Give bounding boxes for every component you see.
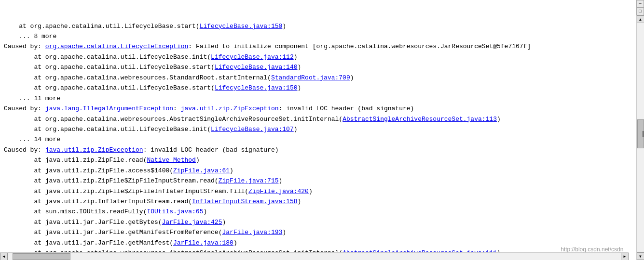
log-content: at org.apache.catalina.util.LifecycleBas… [0,0,636,260]
main-container: at org.apache.catalina.util.LifecycleBas… [0,0,644,260]
stack-trace-link[interactable]: ZipFile.java:715 [219,177,279,184]
log-line: at org.apache.catalina.webresources.Stan… [4,73,632,83]
stack-trace-link[interactable]: LifecycleBase.java:112 [211,53,294,61]
log-line: at org.apache.catalina.webresources.Abst… [4,114,632,124]
scroll-down-button[interactable]: ▼ [637,252,644,260]
exception-link[interactable]: java.util.zip.ZipException [45,146,143,154]
scroll-up-button[interactable]: ▲ [637,15,644,23]
scroll-right-button[interactable]: ▶ [621,253,629,260]
stack-trace-link[interactable]: JarFile.java:180 [173,239,233,247]
exception-link[interactable]: org.apache.catalina.LifecycleException [45,43,188,50]
horizontal-scroll-track[interactable] [8,253,621,260]
log-line: at java.util.zip.ZipFile.access$1400(Zip… [4,166,632,176]
top-icons: — □ [636,0,644,15]
log-line: Caused by: org.apache.catalina.Lifecycle… [4,41,632,52]
log-line: at org.apache.catalina.util.LifecycleBas… [4,124,632,134]
content-area: at org.apache.catalina.util.LifecycleBas… [0,0,636,260]
log-line: at java.util.jar.JarFile.getManifestFrom… [4,227,632,237]
exception-link-2[interactable]: java.util.zip.ZipException [181,105,279,112]
stack-trace-link[interactable]: AbstractSingleArchiveResourceSet.java:11… [343,116,497,123]
log-line: at org.apache.catalina.util.LifecycleBas… [4,21,632,31]
stack-trace-link[interactable]: JarFile.java:425 [162,219,222,226]
log-line: at java.util.zip.ZipFile.read(Native Met… [4,155,632,165]
maximize-icon[interactable]: □ [636,8,644,15]
vertical-scroll-thumb[interactable] [637,119,644,148]
log-line: at org.apache.catalina.util.LifecycleBas… [4,62,632,72]
minimize-icon[interactable]: — [636,0,644,8]
stack-trace-link[interactable]: ZipFile.java:61 [173,167,230,174]
log-line: ... 11 more [4,93,632,104]
log-line: at org.apache.catalina.util.LifecycleBas… [4,83,632,93]
log-line: at sun.misc.IOUtils.readFully(IOUtils.ja… [4,207,632,217]
stack-trace-link[interactable]: InflaterInputStream.java:158 [192,198,297,205]
log-line: at java.util.zip.ZipFile$ZipFileInputStr… [4,176,632,186]
exception-link-1[interactable]: java.lang.IllegalArgumentException [45,105,173,112]
stack-trace-link[interactable]: StandardRoot.java:709 [271,74,350,81]
vertical-scroll-track[interactable] [637,23,644,252]
stack-trace-link[interactable]: LifecycleBase.java:150 [200,23,283,30]
stack-trace-link[interactable]: LifecycleBase.java:150 [215,84,298,91]
scroll-left-button[interactable]: ◀ [0,253,8,260]
horizontal-scroll-thumb[interactable] [13,253,70,260]
stack-trace-link[interactable]: IOUtils.java:65 [147,208,203,215]
stack-trace-link[interactable]: LifecycleBase.java:140 [215,64,298,71]
log-line: at org.apache.catalina.util.LifecycleBas… [4,52,632,62]
log-line: at java.util.jar.JarFile.getBytes(JarFil… [4,217,632,227]
scroll-thumb-line [643,131,644,137]
log-line: ... 14 more [4,134,632,144]
log-line: at java.util.jar.JarFile.getManifest(Jar… [4,238,632,248]
log-line: Caused by: java.util.zip.ZipException: i… [4,145,632,155]
log-line: at java.util.zip.InflaterInputStream.rea… [4,196,632,207]
horizontal-scrollbar[interactable]: ◀ ▶ [0,252,629,260]
stack-trace-link[interactable]: JarFile.java:193 [222,229,282,236]
stack-trace-link[interactable]: LifecycleBase.java:107 [211,126,294,133]
vertical-scrollbar[interactable]: — □ ▲ ▼ [636,0,644,260]
stack-trace-link[interactable]: Native Method [147,156,195,164]
log-line: ... 8 more [4,31,632,41]
watermark: http://blog.csdn.net/csdn_ [561,246,627,253]
log-line: Caused by: java.lang.IllegalArgumentExce… [4,104,632,114]
stack-trace-link[interactable]: ZipFile.java:420 [248,188,309,195]
log-line: at java.util.zip.ZipFile$ZipFileInflater… [4,186,632,196]
